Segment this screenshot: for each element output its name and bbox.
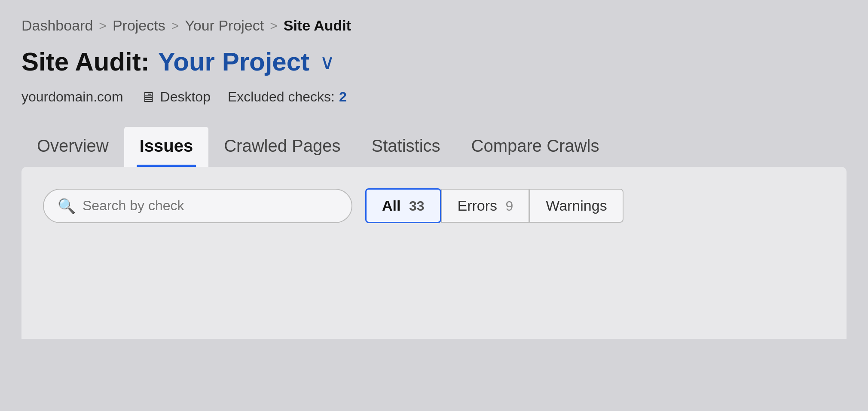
tab-compare-crawls[interactable]: Compare Crawls: [456, 127, 615, 167]
search-box[interactable]: 🔍: [43, 189, 352, 223]
filter-warnings-button[interactable]: Warnings: [529, 189, 623, 223]
filter-errors-label: Errors: [458, 197, 498, 214]
breadcrumb: Dashboard > Projects > Your Project > Si…: [21, 17, 847, 34]
breadcrumb-sep-3: >: [270, 18, 278, 33]
filter-warnings-label: Warnings: [546, 197, 607, 214]
excluded-count: 2: [339, 89, 347, 105]
tab-overview[interactable]: Overview: [21, 127, 124, 167]
excluded-checks: Excluded checks: 2: [228, 89, 347, 105]
device-info: 🖥 Desktop: [141, 89, 211, 105]
page-title-row: Site Audit: Your Project ∨: [21, 47, 847, 77]
tab-statistics[interactable]: Statistics: [356, 127, 455, 167]
page-title-static: Site Audit:: [21, 47, 150, 77]
filter-row: 🔍 All 33 Errors 9 Warnings: [43, 188, 825, 223]
search-input[interactable]: [83, 198, 338, 214]
tab-issues[interactable]: Issues: [124, 127, 209, 167]
search-icon: 🔍: [58, 197, 76, 215]
filter-errors-button[interactable]: Errors 9: [441, 189, 530, 223]
tab-crawled-pages[interactable]: Crawled Pages: [208, 127, 356, 167]
breadcrumb-site-audit: Site Audit: [284, 17, 351, 34]
monitor-icon: 🖥: [141, 89, 155, 105]
breadcrumb-dashboard[interactable]: Dashboard: [21, 17, 93, 34]
tabs-row: Overview Issues Crawled Pages Statistics…: [21, 127, 847, 167]
filter-errors-count: 9: [506, 198, 513, 214]
device-label: Desktop: [160, 89, 211, 105]
project-name-dropdown[interactable]: Your Project: [158, 47, 309, 77]
breadcrumb-projects[interactable]: Projects: [113, 17, 165, 34]
breadcrumb-sep-1: >: [99, 18, 107, 33]
chevron-down-icon[interactable]: ∨: [320, 50, 335, 74]
content-area: 🔍 All 33 Errors 9 Warnings: [21, 167, 847, 339]
filter-all-count: 33: [409, 198, 425, 214]
filter-all-label: All: [382, 197, 400, 214]
domain-label: yourdomain.com: [21, 89, 123, 105]
meta-row: yourdomain.com 🖥 Desktop Excluded checks…: [21, 89, 847, 105]
filter-buttons: All 33 Errors 9 Warnings: [365, 188, 623, 223]
filter-all-button[interactable]: All 33: [365, 188, 441, 223]
breadcrumb-your-project[interactable]: Your Project: [185, 17, 264, 34]
excluded-label: Excluded checks:: [228, 89, 335, 105]
breadcrumb-sep-2: >: [171, 18, 179, 33]
